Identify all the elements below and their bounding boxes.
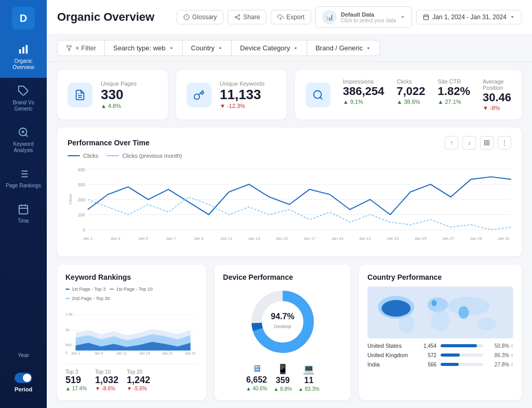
svg-point-22: [235, 17, 237, 18]
country-pct-india: 27.8% ↑: [487, 362, 513, 368]
country-name-uk: United Kingdom: [367, 352, 414, 358]
data-source-label: Default Data: [341, 11, 396, 18]
country-pct-uk: 86.3% ↑: [487, 352, 513, 358]
legend-prev-month: Clicks (previous month): [107, 153, 182, 159]
download-button[interactable]: ↓: [462, 136, 476, 149]
svg-point-96: [478, 318, 497, 330]
svg-rect-14: [19, 206, 28, 214]
sidebar-item-organic-overview[interactable]: Organic Overview: [0, 36, 47, 78]
svg-text:Jan 15: Jan 15: [276, 236, 288, 241]
impressions-value: 386,254: [343, 86, 384, 97]
filter-icon: [66, 45, 72, 51]
country-list: United States 1,454 50.8% ↑ United Kingd…: [367, 343, 513, 368]
svg-text:Jan 11: Jan 11: [220, 236, 232, 241]
more-options-button[interactable]: ⋮: [498, 136, 511, 149]
date-range-button[interactable]: Jan 1, 2024 - Jan 31, 2024: [416, 10, 522, 24]
year-toggle[interactable]: Year: [14, 347, 33, 363]
legend-prev-month-line: [107, 155, 119, 156]
world-map: [367, 287, 513, 338]
keyword-rankings-card: Keyword Rankings 1st Page - Top 3 1st Pa…: [57, 265, 206, 400]
toggle-switch[interactable]: [15, 373, 32, 383]
upload-button[interactable]: ↑: [445, 136, 458, 149]
year-label: Year: [18, 352, 29, 358]
page-title: Organic Overview: [57, 10, 154, 24]
tablet-icon: 💻: [303, 363, 314, 375]
svg-line-25: [237, 16, 238, 17]
sidebar-item-keyword-analysis[interactable]: Keyword Analysis: [0, 119, 47, 161]
unique-keywords-icon: [187, 83, 211, 107]
device-stat-mobile: 📱 359 ▲ 8.8%: [273, 363, 291, 392]
clicks-label: Clicks: [397, 78, 425, 85]
kpi-avg-position: Average Position 30.46 ▼ -8%: [483, 78, 511, 111]
world-map-svg: [367, 287, 513, 338]
svg-text:Jan 6: Jan 6: [94, 351, 103, 355]
svg-text:1K: 1K: [65, 328, 70, 332]
legend-1st-top3: 1st Page - Top 3: [65, 287, 105, 292]
glossary-button[interactable]: Glossary: [177, 10, 223, 24]
svg-text:Jan 3: Jan 3: [111, 236, 121, 241]
device-performance-card: Device Performance 94.7% Desktop: [215, 265, 351, 400]
device-category-filter[interactable]: Device Category: [231, 40, 307, 56]
bottom-row: Keyword Rankings 1st Page - Top 3 1st Pa…: [57, 265, 522, 400]
legend-clicks-line: [68, 155, 80, 156]
country-name-us: United States: [367, 343, 414, 349]
toggle-knob: [23, 374, 31, 382]
data-source-button[interactable]: 📊 Default Data Click to select your data: [315, 6, 412, 28]
donut-chart-svg: 94.7% Desktop: [241, 287, 324, 359]
keyword-rankings-chart: 1.5K 1K 500 0 Jan 1 Jan 6 Jan 11 Jan 16 …: [65, 304, 198, 356]
svg-rect-27: [424, 15, 429, 20]
svg-text:Jan 25: Jan 25: [415, 236, 427, 241]
search-type-filter[interactable]: Search type: web: [104, 40, 182, 56]
sidebar-item-brand-vs-generic[interactable]: Brand Vs Generic: [0, 78, 47, 119]
kpi-clicks: Clicks 7,022 ▲ 38.6%: [397, 78, 425, 111]
perf-chart-header: Performance Over Time ↑ ↓ ⋮: [68, 136, 511, 149]
list-icon: [18, 168, 29, 180]
logo[interactable]: D: [0, 0, 47, 36]
filter-button[interactable]: + Filter: [57, 40, 104, 56]
sidebar-bottom: Year Period: [0, 347, 47, 408]
svg-text:400: 400: [77, 167, 85, 172]
svg-text:100: 100: [77, 212, 85, 217]
sidebar-item-label: Organic Overview: [4, 58, 43, 71]
svg-text:Jan 21: Jan 21: [162, 351, 173, 355]
svg-rect-39: [485, 143, 487, 145]
svg-text:Jan 23: Jan 23: [387, 236, 398, 241]
search-icon: [18, 127, 29, 138]
multi-kpi-values: Impressions 386,254 ▲ 9.1% Clicks 7,022 …: [343, 78, 511, 111]
sidebar-item-label: Keyword Analysis: [4, 141, 43, 154]
sidebar-item-label: Page Rankings: [6, 183, 41, 189]
svg-text:Jan 19: Jan 19: [331, 236, 343, 241]
svg-point-95: [399, 315, 415, 333]
unique-pages-icon: [68, 83, 92, 107]
key-icon: [193, 89, 205, 101]
chevron-down-icon-6: [366, 46, 371, 51]
export-button[interactable]: Export: [271, 10, 311, 24]
country-performance-title: Country Performance: [367, 273, 513, 281]
kpi-impressions: Impressions 386,254 ▲ 9.1%: [343, 78, 384, 111]
sidebar-nav: Organic Overview Brand Vs Generic Keywor…: [0, 36, 47, 347]
svg-point-34: [314, 90, 322, 98]
svg-rect-0: [19, 49, 21, 53]
impressions-label: Impressions: [343, 78, 384, 85]
period-toggle[interactable]: Period: [10, 368, 36, 398]
share-chart-button[interactable]: [480, 136, 494, 149]
desktop-icon: 🖥: [252, 363, 261, 374]
country-performance-card: Country Performance: [359, 265, 522, 400]
svg-point-92: [448, 297, 490, 316]
svg-text:1.5K: 1.5K: [65, 313, 73, 317]
sidebar-item-time[interactable]: Time: [0, 196, 47, 232]
svg-point-91: [428, 297, 448, 312]
dashboard-content: Unique Pages 330 ▲ 4.8% Unique Keywords …: [47, 62, 532, 408]
clicks-value: 7,022: [397, 86, 425, 97]
country-filter[interactable]: Country: [182, 40, 232, 56]
sidebar-item-page-rankings[interactable]: Page Rankings: [0, 161, 47, 196]
info-icon: [183, 14, 190, 20]
svg-text:Jan 1: Jan 1: [71, 351, 80, 355]
svg-point-90: [382, 300, 411, 317]
svg-point-94: [431, 310, 450, 331]
country-value-uk: 572: [418, 352, 436, 358]
sidebar: D Organic Overview Brand Vs Generic Keyw…: [0, 0, 47, 408]
brand-generic-filter[interactable]: Brand / Generic: [307, 40, 380, 56]
svg-point-23: [238, 18, 240, 20]
share-button[interactable]: Share: [228, 10, 267, 24]
